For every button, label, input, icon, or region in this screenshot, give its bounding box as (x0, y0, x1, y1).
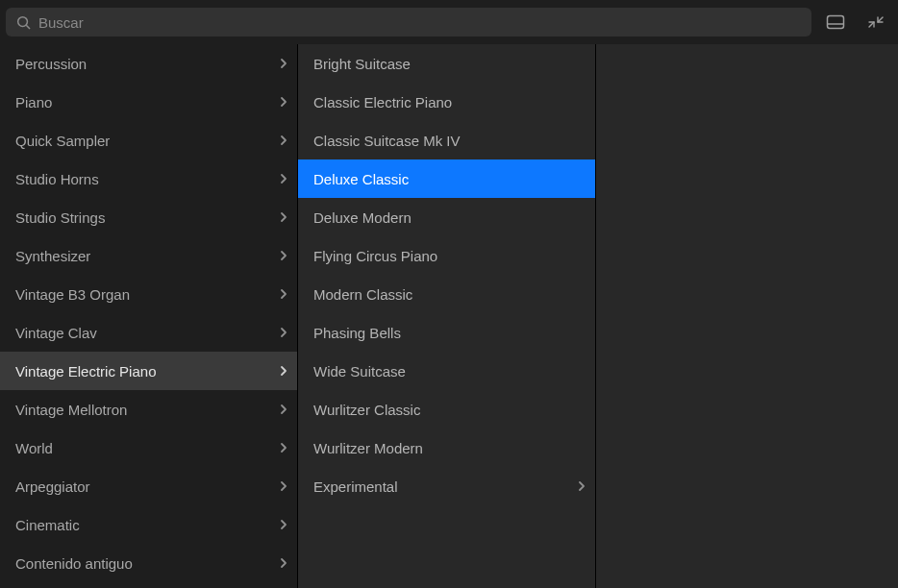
preset-item[interactable]: Classic Electric Piano (298, 83, 595, 121)
chevron-right-icon (280, 557, 287, 569)
category-item-label: Synthesizer (15, 248, 90, 264)
preset-item-label: Wide Suitcase (313, 363, 406, 380)
collapse-button[interactable] (860, 8, 892, 37)
category-item-label: Cinematic (15, 517, 80, 533)
chevron-right-icon (280, 250, 287, 261)
category-item-label: Vintage Clav (15, 325, 97, 341)
preset-item-label: Classic Suitcase Mk IV (313, 133, 461, 149)
detail-column (596, 44, 898, 588)
preset-item[interactable]: Deluxe Classic (298, 159, 595, 198)
chevron-right-icon (280, 173, 287, 184)
panel-icon (826, 14, 845, 30)
category-item[interactable]: Percussion (0, 44, 297, 83)
preset-column: Bright SuitcaseClassic Electric PianoCla… (298, 44, 596, 588)
preset-item[interactable]: Wurlitzer Modern (298, 429, 595, 467)
category-item-label: Studio Horns (15, 171, 99, 187)
category-item-label: World (15, 440, 53, 456)
chevron-right-icon (280, 211, 287, 223)
category-item-label: Studio Strings (15, 209, 105, 226)
chevron-right-icon (280, 365, 287, 377)
chevron-right-icon (280, 519, 287, 530)
preset-item[interactable]: Classic Suitcase Mk IV (298, 121, 595, 159)
preset-item-label: Wurlitzer Modern (313, 440, 423, 456)
preset-item[interactable]: Experimental (298, 467, 595, 505)
category-item-label: Arpeggiator (15, 478, 90, 495)
category-column: PercussionPianoQuick SamplerStudio Horns… (0, 44, 298, 588)
preset-item-label: Wurlitzer Classic (313, 402, 420, 418)
chevron-right-icon (280, 135, 287, 146)
category-item[interactable]: Contenido antiguo (0, 544, 297, 582)
chevron-right-icon (280, 480, 287, 492)
chevron-right-icon (280, 96, 287, 108)
chevron-right-icon (280, 327, 287, 338)
category-item-label: Vintage B3 Organ (15, 286, 130, 303)
search-icon (15, 14, 31, 30)
search-input[interactable] (38, 14, 802, 31)
collapse-icon (867, 13, 885, 31)
category-item-label: Contenido antiguo (15, 555, 133, 572)
preset-item[interactable]: Wurlitzer Classic (298, 390, 595, 429)
preset-item-label: Deluxe Modern (313, 209, 412, 226)
category-item[interactable]: Piano (0, 83, 297, 121)
preset-item-label: Modern Classic (313, 286, 412, 303)
svg-point-0 (17, 16, 27, 26)
category-item-label: Percussion (15, 56, 87, 72)
category-item-label: Vintage Electric Piano (15, 363, 156, 380)
category-item[interactable]: Vintage Clav (0, 313, 297, 352)
view-mode-button[interactable] (819, 8, 852, 37)
category-item-label: Quick Sampler (15, 133, 110, 149)
toolbar (0, 0, 898, 44)
chevron-right-icon (280, 404, 287, 415)
category-item[interactable]: Vintage B3 Organ (0, 275, 297, 313)
category-item[interactable]: Vintage Mellotron (0, 390, 297, 429)
preset-item-label: Deluxe Classic (313, 171, 409, 187)
category-item[interactable]: Vintage Electric Piano (0, 352, 297, 390)
chevron-right-icon (280, 288, 287, 300)
browser-columns: PercussionPianoQuick SamplerStudio Horns… (0, 44, 898, 588)
preset-item[interactable]: Modern Classic (298, 275, 595, 313)
category-item[interactable]: World (0, 429, 297, 467)
category-item[interactable]: Synthesizer (0, 236, 297, 275)
svg-rect-2 (828, 16, 844, 29)
preset-item[interactable]: Deluxe Modern (298, 198, 595, 236)
preset-item[interactable]: Bright Suitcase (298, 44, 595, 83)
preset-item-label: Flying Circus Piano (313, 248, 437, 264)
preset-item-label: Classic Electric Piano (313, 94, 452, 110)
category-item[interactable]: Arpeggiator (0, 467, 297, 505)
chevron-right-icon (280, 58, 287, 69)
chevron-right-icon (280, 442, 287, 453)
preset-item[interactable]: Phasing Bells (298, 313, 595, 352)
category-item-label: Vintage Mellotron (15, 402, 127, 418)
category-item-label: Piano (15, 94, 52, 110)
category-item[interactable]: Quick Sampler (0, 121, 297, 159)
category-item[interactable]: Studio Horns (0, 159, 297, 198)
category-item[interactable]: Cinematic (0, 505, 297, 544)
preset-item-label: Bright Suitcase (313, 56, 411, 72)
search-field[interactable] (6, 8, 811, 37)
preset-item-label: Experimental (313, 478, 398, 495)
preset-item[interactable]: Flying Circus Piano (298, 236, 595, 275)
chevron-right-icon (578, 480, 586, 492)
preset-item[interactable]: Wide Suitcase (298, 352, 595, 390)
category-item[interactable]: Studio Strings (0, 198, 297, 236)
svg-line-1 (26, 25, 30, 29)
preset-item-label: Phasing Bells (313, 325, 401, 341)
